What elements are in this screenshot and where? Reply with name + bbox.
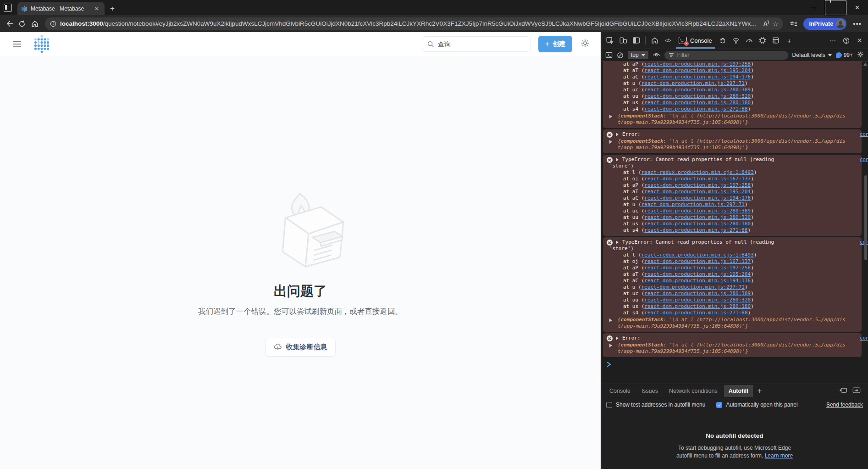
welcome-home-icon[interactable] bbox=[648, 34, 661, 47]
stack-frame-link[interactable]: react-dom.production.min.js:280:180 bbox=[644, 303, 751, 309]
stack-frame-link[interactable]: react-redux.production.min.cjs:1:8493 bbox=[641, 252, 754, 258]
stack-frame-link[interactable]: react-dom.production.min.js:197:258 bbox=[644, 265, 751, 271]
restore-button[interactable] bbox=[825, 0, 846, 15]
performance-gauge-icon[interactable] bbox=[743, 34, 756, 47]
stack-frame-link[interactable]: react-dom.production.min.js:195:204 bbox=[644, 271, 751, 277]
messages-count-badge[interactable]: 99+ bbox=[836, 52, 853, 58]
clear-console-icon[interactable] bbox=[617, 52, 624, 59]
stack-frame-link[interactable]: react-dom.production.min.js:280:320 bbox=[644, 297, 751, 303]
workspace-window-icon[interactable] bbox=[4, 4, 12, 12]
drawer-tab-issues[interactable]: Issues bbox=[637, 385, 663, 397]
expand-caret-icon[interactable] bbox=[609, 318, 612, 322]
help-icon[interactable] bbox=[840, 34, 853, 47]
sources-tab-icon[interactable]: </> bbox=[661, 34, 674, 47]
minimize-button[interactable]: — bbox=[803, 0, 825, 15]
send-feedback-link[interactable]: Send feedback bbox=[826, 402, 863, 408]
learn-more-link[interactable]: Learn more bbox=[765, 452, 793, 459]
source-link[interactable]: console.js:13 bbox=[860, 156, 868, 163]
drawer-tab-autofill[interactable]: Autofill bbox=[724, 385, 753, 397]
device-emulation-icon[interactable] bbox=[616, 34, 630, 47]
console-filter-box[interactable] bbox=[664, 51, 788, 60]
stack-frame-link[interactable]: react-dom.production.min.js:280:180 bbox=[644, 221, 751, 227]
stack-frame-link[interactable]: react-dom.production.min.js:167:137 bbox=[644, 176, 751, 182]
address-bar[interactable]: localhost:3000/question/notebook#eyJjb2x… bbox=[45, 17, 783, 30]
collect-diagnostics-button[interactable]: 收集诊断信息 bbox=[265, 338, 336, 357]
stack-frame-link[interactable]: react-dom.production.min.js:280:389 bbox=[644, 208, 751, 214]
browser-tab[interactable]: Metabase - Metabase ✕ bbox=[17, 2, 105, 15]
sidebar-toggle-icon[interactable] bbox=[13, 41, 21, 47]
stack-frame-link[interactable]: react-dom.production.min.js:271:88 bbox=[644, 106, 747, 112]
stack-frame-link[interactable]: react-dom.production.min.js:280:389 bbox=[644, 290, 751, 296]
close-button[interactable]: ✕ bbox=[846, 0, 868, 15]
stack-frame-link[interactable]: react-dom.production.min.js:280:320 bbox=[644, 214, 751, 220]
stack-frame-link[interactable]: react-dom.production.min.js:167:137 bbox=[644, 258, 751, 264]
debugger-bug-icon[interactable] bbox=[716, 34, 730, 47]
create-button[interactable]: + 创建 bbox=[538, 36, 572, 52]
favorite-star-icon[interactable]: ☆ bbox=[773, 20, 779, 28]
stack-frame-link[interactable]: react-dom.production.min.js:297:71 bbox=[641, 284, 745, 290]
stack-frame-link[interactable]: react-dom.production.min.js:280:320 bbox=[644, 93, 751, 99]
console-settings-gear-icon[interactable] bbox=[857, 51, 864, 59]
drawer-expand-icon[interactable] bbox=[840, 387, 848, 395]
expand-caret-icon[interactable] bbox=[616, 133, 619, 136]
site-info-icon[interactable] bbox=[50, 21, 56, 27]
expand-caret-icon[interactable] bbox=[616, 240, 619, 244]
stack-frame-link[interactable]: react-dom.production.min.js:194:176 bbox=[644, 195, 751, 201]
inspect-element-icon[interactable] bbox=[603, 34, 616, 47]
console-sidebar-icon[interactable] bbox=[605, 52, 613, 58]
expand-caret-icon[interactable] bbox=[616, 158, 619, 162]
scrollbar-up-arrow[interactable] bbox=[863, 63, 867, 66]
context-selector[interactable]: top bbox=[628, 51, 648, 59]
metabase-logo[interactable] bbox=[34, 34, 50, 54]
stack-frame-link[interactable]: react-dom.production.min.js:297:71 bbox=[641, 201, 745, 207]
default-levels-dropdown[interactable]: Default levels bbox=[792, 52, 832, 58]
stack-frame-link[interactable]: react-dom.production.min.js:197:258 bbox=[644, 61, 751, 67]
drawer-tab-console[interactable]: Console bbox=[605, 385, 635, 397]
close-devtools-icon[interactable]: ✕ bbox=[853, 34, 866, 47]
stack-frame-link[interactable]: react-dom.production.min.js:297:71 bbox=[641, 80, 745, 86]
tab-console[interactable]: ›_ ✕ Console bbox=[674, 32, 716, 49]
expand-caret-icon[interactable] bbox=[609, 140, 612, 144]
stack-frame-link[interactable]: react-dom.production.min.js:194:176 bbox=[644, 74, 751, 80]
search-box[interactable] bbox=[422, 36, 531, 52]
browser-menu-icon[interactable]: ••• bbox=[853, 20, 862, 28]
refresh-button[interactable] bbox=[16, 17, 28, 30]
network-wifi-icon[interactable] bbox=[730, 34, 743, 47]
panel-layout-icon[interactable] bbox=[630, 34, 643, 47]
expand-caret-icon[interactable] bbox=[609, 344, 612, 347]
new-tab-button[interactable]: + bbox=[110, 5, 115, 12]
drawer-tab-network-conditions[interactable]: Network conditions bbox=[664, 385, 722, 397]
application-storage-icon[interactable] bbox=[769, 34, 783, 47]
memory-chip-icon[interactable] bbox=[756, 34, 769, 47]
stack-frame-link[interactable]: react-redux.production.min.cjs:1:8493 bbox=[641, 169, 754, 175]
drawer-dock-icon[interactable] bbox=[852, 387, 861, 395]
console-scrollbar-thumb[interactable] bbox=[864, 175, 867, 260]
favorites-bar-icon[interactable] bbox=[790, 20, 798, 28]
home-button[interactable] bbox=[28, 17, 41, 30]
more-tools-plus-icon[interactable]: + bbox=[783, 34, 796, 47]
settings-gear-icon[interactable] bbox=[581, 39, 590, 50]
source-link[interactable]: console.js:13 bbox=[860, 131, 868, 138]
stack-frame-link[interactable]: react-dom.production.min.js:271:88 bbox=[644, 227, 747, 233]
tab-close-icon[interactable]: ✕ bbox=[93, 5, 101, 12]
filter-input[interactable] bbox=[677, 52, 784, 58]
expand-caret-icon[interactable] bbox=[609, 115, 612, 118]
live-expression-eye-icon[interactable] bbox=[652, 52, 660, 58]
stack-frame-link[interactable]: react-dom.production.min.js:197:258 bbox=[644, 182, 751, 188]
source-link[interactable]: console.js:13 bbox=[860, 335, 868, 341]
inprivate-badge[interactable]: InPrivate bbox=[803, 18, 846, 30]
stack-frame-link[interactable]: react-dom.production.min.js:280:180 bbox=[644, 100, 751, 106]
search-input[interactable] bbox=[438, 40, 525, 48]
stack-frame-link[interactable]: react-dom.production.min.js:271:88 bbox=[644, 310, 747, 316]
console-prompt[interactable] bbox=[601, 358, 868, 369]
stack-frame-link[interactable]: react-dom.production.min.js:195:204 bbox=[644, 189, 751, 195]
stack-frame-link[interactable]: react-dom.production.min.js:280:389 bbox=[644, 87, 751, 93]
back-button[interactable] bbox=[3, 17, 16, 30]
stack-frame-link[interactable]: react-dom.production.min.js:194:176 bbox=[644, 278, 751, 284]
devtools-menu-icon[interactable]: ⋯ bbox=[826, 34, 840, 47]
read-aloud-icon[interactable]: A) bbox=[763, 20, 769, 27]
auto-open-panel-checkbox[interactable] bbox=[716, 402, 722, 408]
show-test-addresses-checkbox[interactable] bbox=[606, 402, 612, 408]
drawer-more-tools-icon[interactable]: + bbox=[757, 387, 762, 395]
stack-frame-link[interactable]: react-dom.production.min.js:195:204 bbox=[644, 67, 751, 73]
